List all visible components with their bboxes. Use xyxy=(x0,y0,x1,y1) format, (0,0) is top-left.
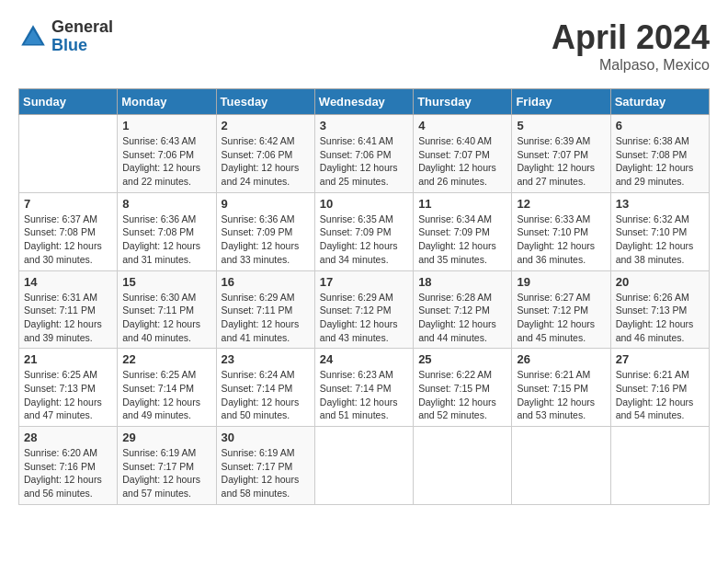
calendar-cell xyxy=(19,115,118,193)
day-info: Sunrise: 6:25 AMSunset: 7:14 PMDaylight:… xyxy=(122,368,210,422)
day-info: Sunrise: 6:28 AMSunset: 7:12 PMDaylight:… xyxy=(418,291,506,345)
col-header-tuesday: Tuesday xyxy=(216,89,314,115)
calendar-cell xyxy=(512,427,610,505)
day-number: 9 xyxy=(222,197,310,211)
calendar-cell: 3Sunrise: 6:41 AMSunset: 7:06 PMDaylight… xyxy=(314,115,413,193)
col-header-saturday: Saturday xyxy=(610,89,709,115)
calendar-cell: 21Sunrise: 6:25 AMSunset: 7:13 PMDayligh… xyxy=(19,349,118,427)
col-header-monday: Monday xyxy=(118,89,216,115)
calendar-cell: 2Sunrise: 6:42 AMSunset: 7:06 PMDaylight… xyxy=(216,115,314,193)
day-number: 28 xyxy=(24,431,112,444)
location: Malpaso, Mexico xyxy=(552,57,710,74)
calendar-cell: 16Sunrise: 6:29 AMSunset: 7:11 PMDayligh… xyxy=(216,270,314,349)
day-info: Sunrise: 6:29 AMSunset: 7:11 PMDaylight:… xyxy=(222,291,310,345)
day-number: 5 xyxy=(517,119,605,132)
day-number: 4 xyxy=(418,119,506,132)
day-number: 13 xyxy=(616,197,704,211)
day-number: 19 xyxy=(517,275,605,289)
calendar-cell xyxy=(610,427,709,505)
day-info: Sunrise: 6:33 AMSunset: 7:10 PMDaylight:… xyxy=(517,213,605,267)
calendar-cell: 19Sunrise: 6:27 AMSunset: 7:12 PMDayligh… xyxy=(512,270,610,349)
logo-icon xyxy=(18,22,48,52)
calendar-week-row: 1Sunrise: 6:43 AMSunset: 7:06 PMDaylight… xyxy=(19,115,710,193)
day-info: Sunrise: 6:37 AMSunset: 7:08 PMDaylight:… xyxy=(24,213,112,267)
day-info: Sunrise: 6:22 AMSunset: 7:15 PMDaylight:… xyxy=(418,368,506,422)
calendar-header-row: SundayMondayTuesdayWednesdayThursdayFrid… xyxy=(19,89,710,115)
calendar-cell: 28Sunrise: 6:20 AMSunset: 7:16 PMDayligh… xyxy=(19,427,118,505)
calendar-cell: 4Sunrise: 6:40 AMSunset: 7:07 PMDaylight… xyxy=(414,115,512,193)
calendar-cell xyxy=(314,427,413,505)
day-info: Sunrise: 6:19 AMSunset: 7:17 PMDaylight:… xyxy=(222,446,310,500)
day-number: 25 xyxy=(418,352,506,366)
day-number: 20 xyxy=(616,275,704,289)
day-info: Sunrise: 6:39 AMSunset: 7:07 PMDaylight:… xyxy=(517,134,605,189)
day-info: Sunrise: 6:21 AMSunset: 7:15 PMDaylight:… xyxy=(517,368,605,422)
calendar-cell: 8Sunrise: 6:36 AMSunset: 7:08 PMDaylight… xyxy=(118,192,216,270)
logo: General Blue xyxy=(18,18,113,55)
day-number: 30 xyxy=(222,431,310,444)
title-block: April 2024 Malpaso, Mexico xyxy=(552,18,710,74)
logo-blue-text: Blue xyxy=(51,37,113,55)
calendar-cell: 18Sunrise: 6:28 AMSunset: 7:12 PMDayligh… xyxy=(414,270,512,349)
day-info: Sunrise: 6:20 AMSunset: 7:16 PMDaylight:… xyxy=(24,446,112,500)
day-info: Sunrise: 6:27 AMSunset: 7:12 PMDaylight:… xyxy=(517,291,605,345)
day-number: 8 xyxy=(122,197,210,211)
day-info: Sunrise: 6:31 AMSunset: 7:11 PMDaylight:… xyxy=(24,291,112,345)
month-title: April 2024 xyxy=(552,18,710,57)
day-number: 14 xyxy=(24,275,112,289)
calendar-cell: 9Sunrise: 6:36 AMSunset: 7:09 PMDaylight… xyxy=(216,192,314,270)
day-number: 22 xyxy=(122,352,210,366)
day-number: 17 xyxy=(320,275,408,289)
day-info: Sunrise: 6:29 AMSunset: 7:12 PMDaylight:… xyxy=(320,291,408,345)
day-number: 23 xyxy=(222,352,310,366)
calendar-cell: 11Sunrise: 6:34 AMSunset: 7:09 PMDayligh… xyxy=(414,192,512,270)
day-info: Sunrise: 6:40 AMSunset: 7:07 PMDaylight:… xyxy=(418,134,506,189)
calendar-cell: 23Sunrise: 6:24 AMSunset: 7:14 PMDayligh… xyxy=(216,349,314,427)
day-number: 24 xyxy=(320,352,408,366)
day-number: 15 xyxy=(122,275,210,289)
calendar-cell xyxy=(414,427,512,505)
day-info: Sunrise: 6:21 AMSunset: 7:16 PMDaylight:… xyxy=(616,368,704,422)
day-number: 27 xyxy=(616,352,704,366)
calendar-week-row: 21Sunrise: 6:25 AMSunset: 7:13 PMDayligh… xyxy=(19,349,710,427)
day-info: Sunrise: 6:42 AMSunset: 7:06 PMDaylight:… xyxy=(222,134,310,189)
day-number: 21 xyxy=(24,352,112,366)
day-info: Sunrise: 6:23 AMSunset: 7:14 PMDaylight:… xyxy=(320,368,408,422)
day-info: Sunrise: 6:30 AMSunset: 7:11 PMDaylight:… xyxy=(122,291,210,345)
day-info: Sunrise: 6:36 AMSunset: 7:09 PMDaylight:… xyxy=(222,213,310,267)
calendar-week-row: 7Sunrise: 6:37 AMSunset: 7:08 PMDaylight… xyxy=(19,192,710,270)
day-number: 10 xyxy=(320,197,408,211)
logo-general-text: General xyxy=(51,18,113,37)
calendar-week-row: 14Sunrise: 6:31 AMSunset: 7:11 PMDayligh… xyxy=(19,270,710,349)
day-info: Sunrise: 6:35 AMSunset: 7:09 PMDaylight:… xyxy=(320,213,408,267)
col-header-friday: Friday xyxy=(512,89,610,115)
calendar-cell: 22Sunrise: 6:25 AMSunset: 7:14 PMDayligh… xyxy=(118,349,216,427)
calendar-week-row: 28Sunrise: 6:20 AMSunset: 7:16 PMDayligh… xyxy=(19,427,710,505)
day-number: 26 xyxy=(517,352,605,366)
calendar-cell: 29Sunrise: 6:19 AMSunset: 7:17 PMDayligh… xyxy=(118,427,216,505)
day-info: Sunrise: 6:36 AMSunset: 7:08 PMDaylight:… xyxy=(122,213,210,267)
calendar-cell: 15Sunrise: 6:30 AMSunset: 7:11 PMDayligh… xyxy=(118,270,216,349)
page-header: General Blue April 2024 Malpaso, Mexico xyxy=(18,18,710,74)
day-info: Sunrise: 6:24 AMSunset: 7:14 PMDaylight:… xyxy=(222,368,310,422)
calendar-cell: 12Sunrise: 6:33 AMSunset: 7:10 PMDayligh… xyxy=(512,192,610,270)
calendar-cell: 6Sunrise: 6:38 AMSunset: 7:08 PMDaylight… xyxy=(610,115,709,193)
calendar-cell: 14Sunrise: 6:31 AMSunset: 7:11 PMDayligh… xyxy=(19,270,118,349)
day-info: Sunrise: 6:26 AMSunset: 7:13 PMDaylight:… xyxy=(616,291,704,345)
day-number: 7 xyxy=(24,197,112,211)
day-info: Sunrise: 6:32 AMSunset: 7:10 PMDaylight:… xyxy=(616,213,704,267)
calendar-cell: 13Sunrise: 6:32 AMSunset: 7:10 PMDayligh… xyxy=(610,192,709,270)
day-number: 12 xyxy=(517,197,605,211)
day-number: 3 xyxy=(320,119,408,132)
day-info: Sunrise: 6:41 AMSunset: 7:06 PMDaylight:… xyxy=(320,134,408,189)
day-number: 6 xyxy=(616,119,704,132)
col-header-wednesday: Wednesday xyxy=(314,89,413,115)
calendar-table: SundayMondayTuesdayWednesdayThursdayFrid… xyxy=(18,88,710,505)
calendar-cell: 27Sunrise: 6:21 AMSunset: 7:16 PMDayligh… xyxy=(610,349,709,427)
calendar-cell: 1Sunrise: 6:43 AMSunset: 7:06 PMDaylight… xyxy=(118,115,216,193)
calendar-cell: 26Sunrise: 6:21 AMSunset: 7:15 PMDayligh… xyxy=(512,349,610,427)
day-number: 11 xyxy=(418,197,506,211)
day-info: Sunrise: 6:34 AMSunset: 7:09 PMDaylight:… xyxy=(418,213,506,267)
col-header-sunday: Sunday xyxy=(19,89,118,115)
col-header-thursday: Thursday xyxy=(414,89,512,115)
